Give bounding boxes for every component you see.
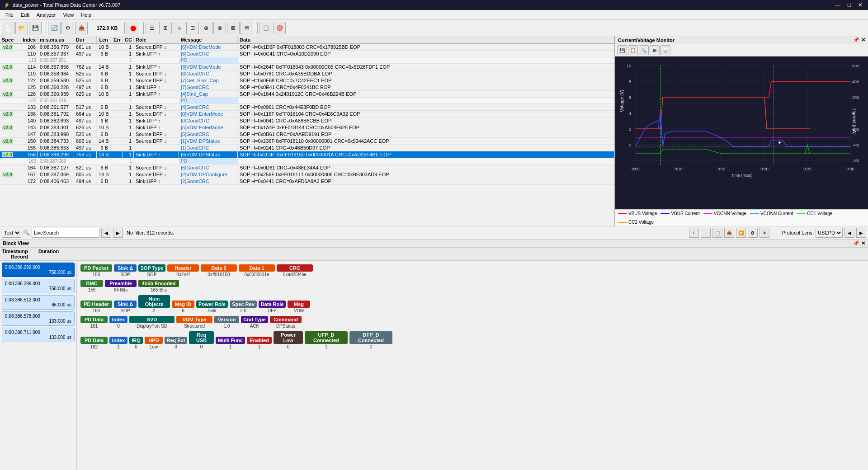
menu-analyzer[interactable]: Analyzer	[33, 11, 60, 19]
timeline-item-3[interactable]: 0:08.386.578.000 133.000 us	[2, 311, 75, 326]
bv-close-icon[interactable]: ✕	[861, 240, 865, 246]
search-add-button[interactable]: +	[689, 228, 699, 238]
vm-tool2[interactable]: 📋	[628, 45, 638, 55]
col-header-data: Data	[238, 36, 614, 43]
table-row[interactable]: v2.0 136 0:08.381.792 664 us 10 B 1 Sour…	[0, 111, 614, 118]
search-close-button[interactable]: ✕	[760, 228, 769, 238]
bv-block-num-objects-label: Num Objects	[138, 295, 170, 308]
table-row[interactable]: v2.0 158 0:08.386.299 758 us 14 B 1 Sink…	[0, 151, 614, 158]
table-row[interactable]: 119 0:08.358.984 525 us 6 B 1 Source:DFP…	[0, 70, 614, 77]
protocol-prev[interactable]: ◀	[844, 228, 854, 238]
table-scroll[interactable]: v2.0 106 0:08.356.779 661 us 10 B 1 Sour…	[0, 44, 614, 226]
search-filter-button[interactable]: 🔽	[736, 228, 746, 238]
tool8[interactable]: ✉	[241, 22, 253, 34]
bv-row-pd-data1: PD Data 162 Index 1 IRQ 0 HPD	[80, 331, 864, 349]
minimize-button[interactable]: —	[833, 2, 842, 8]
table-row[interactable]: 164 0:08.387.127 521 us 6 B 1 Source:DFP…	[0, 164, 614, 171]
maximize-button[interactable]: □	[846, 2, 853, 8]
bv-block-crc: CRC 0xad25f4be	[277, 264, 313, 277]
close-button[interactable]: ✕	[856, 2, 864, 8]
bv-timeline[interactable]: 0:08.386.299.000 758.000 us 0:08.386.299…	[0, 261, 77, 470]
timeline-item-2[interactable]: 0:08.386.512.000 66.000 us	[2, 295, 75, 310]
timeline-item-4[interactable]: 0:08.386.711.000 133.000 us	[2, 328, 75, 342]
svg-text:0:30: 0:30	[846, 167, 854, 171]
table-row[interactable]: v2.0 106 0:08.356.779 661 us 10 B 1 Sour…	[0, 44, 614, 51]
vm-tool1[interactable]: 💾	[617, 45, 627, 55]
table-row[interactable]: v2.0 167 0:08.387.069 805 us 14 B 1 Sour…	[0, 171, 614, 178]
app-title: data_power - Total Phase Data Center v6.…	[13, 2, 120, 8]
tool2[interactable]: ⊞	[159, 22, 172, 34]
svg-text:0: 0	[852, 111, 854, 116]
new-button[interactable]: 📄	[2, 22, 14, 34]
titlebar: ⚡ data_power - Total Phase Data Center v…	[0, 0, 868, 10]
search-next-button[interactable]: ▶	[113, 228, 123, 238]
tool9[interactable]: 📋	[259, 22, 272, 34]
tool1[interactable]: ☰	[146, 22, 158, 34]
vm-pin-icon[interactable]: 📌	[853, 37, 859, 43]
table-row[interactable]: 147 0:08.383.990 520 us 6 B 1 Source:DFP…	[0, 131, 614, 138]
table-row[interactable]: 110 0:08.357.337 497 us 6 B 1 Sink:UFP ↑…	[0, 51, 614, 57]
menu-file[interactable]: File	[2, 11, 17, 19]
toolbar-separator-2	[90, 22, 92, 34]
search-export-button[interactable]: 📤	[724, 228, 734, 238]
vm-tool4[interactable]: ⊞	[650, 45, 660, 55]
bv-header: Block View 📌 ✕	[0, 240, 868, 248]
tool6[interactable]: ⊗	[213, 22, 226, 34]
search-remove-button[interactable]: −	[701, 228, 711, 238]
tool10[interactable]: 🎯	[273, 22, 286, 34]
bv-block-data1-label: Data 1	[239, 264, 275, 272]
timeline-item-0[interactable]: 0:08.386.299.000 758.000 us	[2, 263, 75, 277]
search-input[interactable]	[32, 228, 99, 238]
table-row[interactable]: 133 0:08.361.577 517 us 6 B 1 Source:DFP…	[0, 104, 614, 111]
search-prev-button[interactable]: ◀	[101, 228, 111, 238]
bv-block-pd-data0-label: PD Data	[80, 316, 108, 323]
menu-edit[interactable]: Edit	[17, 11, 33, 19]
protocol-next[interactable]: ▶	[856, 228, 866, 238]
open-button[interactable]: 📂	[15, 22, 28, 34]
stop-button[interactable]: ⬤	[127, 22, 139, 34]
bv-col-timestamp: Timestamp	[2, 249, 28, 254]
search-type-select[interactable]: Text	[2, 228, 21, 238]
search-right: + − 📋 📤 🔽 ⚙ ✕ Protocol Lens: USEPD ◀ ▶	[689, 228, 866, 238]
bv-block-preamble: Preamble 64 Bits	[105, 280, 137, 292]
searchbar: Text 🔍 ◀ ▶ No filter: 312 records. + − 📋…	[0, 226, 868, 240]
settings-button[interactable]: ⚙	[61, 22, 74, 34]
vm-close-icon[interactable]: ✕	[861, 37, 865, 43]
capture-button[interactable]: 🔄	[48, 22, 61, 34]
legend-cc2-voltage: CC2 Voltage	[618, 220, 654, 225]
vm-tool3[interactable]: 🔍	[639, 45, 649, 55]
search-settings-button[interactable]: ⚙	[748, 228, 758, 238]
vm-toolbar: 💾 📋 🔍 ⊞ 📊	[615, 44, 868, 56]
save-button[interactable]: 💾	[29, 22, 42, 34]
table-row[interactable]: v2.0 122 0:08.359.580 525 us 6 B 1 Sourc…	[0, 77, 614, 84]
table-row[interactable]: 172 0:08.406.463 494 us 6 B 1 Sink:UFP ↑…	[0, 178, 614, 185]
main-content: Spec Index m:s.ms.us Dur Len Err CC Role…	[0, 36, 868, 470]
bv-row-pd-data0: PD Data 161 Index 0 SVD DisplayPort SD	[80, 316, 864, 329]
table-row[interactable]: v2.0 143 0:08.383.301 626 us 10 B 1 Sink…	[0, 124, 614, 131]
bv-pin-icon[interactable]: 📌	[853, 240, 859, 246]
tool5[interactable]: ⊕	[200, 22, 212, 34]
search-copy-button[interactable]: 📋	[712, 228, 722, 238]
tool4[interactable]: ⊡	[186, 22, 199, 34]
tool7[interactable]: ⊠	[227, 22, 240, 34]
bv-block-msg-id: Msg ID 6	[172, 301, 194, 313]
bv-block-msg-id-label: Msg ID	[172, 301, 194, 308]
menu-view[interactable]: View	[60, 11, 78, 19]
timeline-item-1[interactable]: 0:08.386.299.000 758.000 us	[2, 279, 75, 293]
table-row[interactable]: v2.0 150 0:08.384.733 805 us 14 B 1 Sour…	[0, 138, 614, 145]
svg-text:400: 400	[852, 80, 859, 84]
table-row[interactable]: 140 0:08.382.693 497 us 6 B 1 Sink:UFP ↑…	[0, 118, 614, 124]
protocol-lens-select[interactable]: USEPD	[816, 228, 843, 238]
menu-help[interactable]: Help	[77, 11, 95, 19]
vm-tool5[interactable]: 📊	[660, 45, 670, 55]
search-icon: 🔍	[23, 230, 30, 236]
bv-block-data0: Data 0 0xff018150	[201, 264, 237, 277]
tool3[interactable]: ≡	[173, 22, 185, 34]
bv-col-headers: Timestamp Duration Record	[0, 248, 868, 261]
table-row[interactable]: 125 0:08.360.228 497 us 6 B 1 Sink:UFP ↑…	[0, 84, 614, 91]
table-row[interactable]: v2.0 114 0:08.357.856 762 us 14 B 1 Sink…	[0, 64, 614, 70]
export-button[interactable]: 📤	[75, 22, 88, 34]
table-row[interactable]: v2.0 128 0:08.360.939 626 us 10 B 1 Sink…	[0, 91, 614, 98]
block-view: Block View 📌 ✕ Timestamp Duration Record…	[0, 240, 868, 470]
table-row[interactable]: 155 0:08.385.553 497 us 6 B 1 [1]GoodCRC…	[0, 145, 614, 151]
